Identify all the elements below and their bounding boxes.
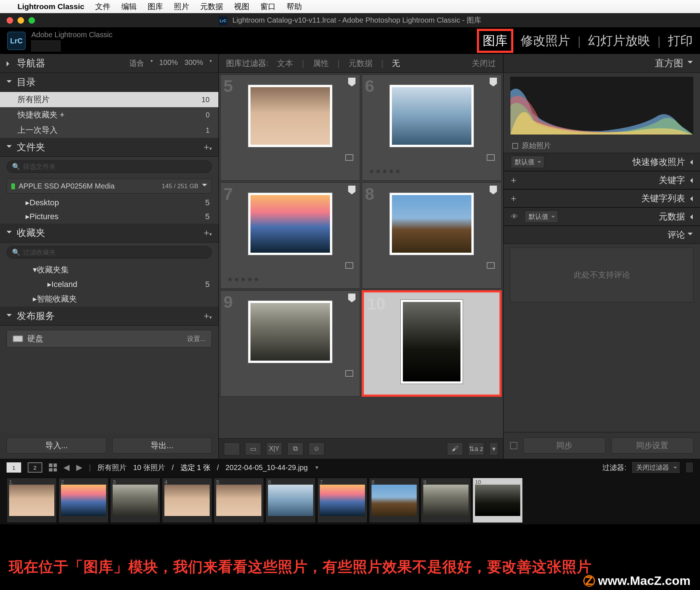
- badge-icon[interactable]: [487, 154, 495, 161]
- nav-300[interactable]: 300%: [184, 58, 203, 68]
- filmstrip-cell[interactable]: 9: [421, 478, 471, 523]
- badge-icon[interactable]: [345, 154, 353, 161]
- module-develop[interactable]: 修改照片: [521, 32, 570, 49]
- catalog-all-photos[interactable]: 所有照片10: [0, 92, 218, 107]
- window-minimize-button[interactable]: [18, 17, 24, 24]
- import-button[interactable]: 导入...: [7, 438, 106, 454]
- grid-cell[interactable]: 6★★★★★: [362, 74, 502, 181]
- catalog-header[interactable]: 目录: [0, 73, 218, 92]
- window-zoom-button[interactable]: [28, 17, 35, 24]
- collection-iceland[interactable]: ▸Iceland 5: [0, 277, 218, 291]
- grid-cell[interactable]: 8: [362, 182, 502, 289]
- publish-add-button[interactable]: +▾: [204, 310, 212, 322]
- publish-setup-button[interactable]: 设置...: [187, 334, 206, 343]
- publish-header[interactable]: 发布服务 +▾: [0, 307, 218, 326]
- disclosure-icon[interactable]: ▾: [33, 265, 37, 275]
- filter-metadata[interactable]: 元数据: [349, 58, 373, 69]
- menu-app[interactable]: Lightroom Classic: [18, 2, 84, 11]
- flag-icon[interactable]: [348, 294, 355, 302]
- view-loupe-button[interactable]: ▭: [245, 442, 261, 455]
- view-compare-button[interactable]: X|Y: [266, 442, 282, 455]
- disclosure-icon[interactable]: ▸: [47, 280, 51, 289]
- module-library[interactable]: 图库: [477, 29, 513, 53]
- filter-none[interactable]: 无: [392, 58, 400, 69]
- filter-preset-dropdown[interactable]: 关闭过滤器: [631, 461, 680, 474]
- add-icon[interactable]: +: [511, 193, 516, 204]
- quick-develop-preset-dropdown[interactable]: 默认值: [511, 156, 544, 168]
- flag-icon[interactable]: [490, 186, 497, 194]
- module-print[interactable]: 打印: [668, 32, 693, 49]
- sort-button[interactable]: ⇅a z: [468, 442, 484, 455]
- flag-icon[interactable]: [348, 186, 355, 194]
- flag-icon[interactable]: [348, 78, 355, 86]
- smart-collections[interactable]: ▸智能收藏夹: [0, 291, 218, 307]
- filter-attr[interactable]: 属性: [313, 58, 329, 69]
- folder-desktop[interactable]: ▸Desktop 5: [0, 196, 218, 210]
- publish-harddrive[interactable]: 硬盘 设置...: [7, 330, 212, 348]
- catalog-quick-collection[interactable]: 快捷收藏夹 +0: [0, 107, 218, 123]
- filmstrip-cell[interactable]: 7: [317, 478, 368, 523]
- monitor-1-button[interactable]: 1: [7, 462, 21, 473]
- menu-file[interactable]: 文件: [95, 1, 110, 12]
- disclosure-icon[interactable]: [202, 184, 207, 189]
- toolbar-chevron-icon[interactable]: ▾: [489, 442, 498, 455]
- grid-cell[interactable]: 5: [220, 74, 360, 181]
- eye-icon[interactable]: 👁: [511, 213, 518, 221]
- rating-stars[interactable]: ★★★★★: [227, 275, 260, 283]
- menu-view[interactable]: 视图: [234, 1, 249, 12]
- menu-help[interactable]: 帮助: [287, 1, 302, 12]
- collection-set[interactable]: ▾收藏夹集: [0, 262, 218, 277]
- filter-switch[interactable]: [685, 462, 693, 473]
- view-grid-button[interactable]: [224, 442, 240, 455]
- catalog-previous-import[interactable]: 上一次导入1: [0, 123, 218, 138]
- badge-icon[interactable]: [345, 370, 353, 377]
- flag-icon[interactable]: [490, 78, 497, 86]
- original-photo-checkbox[interactable]: 原始照片: [503, 139, 700, 153]
- folder-pictures[interactable]: ▸Pictures 5: [0, 210, 218, 224]
- folders-search-input[interactable]: 🔍 筛选文件夹: [7, 160, 212, 173]
- folders-add-button[interactable]: +▾: [204, 141, 212, 153]
- collections-search-input[interactable]: 🔍 过滤收藏夹: [7, 246, 212, 259]
- view-survey-button[interactable]: ⧉: [287, 442, 303, 455]
- grid-cell[interactable]: 7★★★★★: [220, 182, 360, 289]
- metadata-header[interactable]: 👁默认值 元数据: [503, 207, 700, 226]
- filmstrip-cell[interactable]: 6: [265, 478, 316, 523]
- filmstrip-cell[interactable]: 10: [472, 478, 523, 523]
- histogram-header[interactable]: 直方图: [503, 54, 700, 73]
- chevron-down-icon[interactable]: ▾: [210, 58, 212, 68]
- nav-fit[interactable]: 适合: [129, 58, 144, 68]
- export-button[interactable]: 导出...: [112, 438, 212, 454]
- chevron-down-icon[interactable]: ▾: [151, 58, 153, 68]
- nav-100[interactable]: 100%: [159, 58, 178, 68]
- menu-library[interactable]: 图库: [148, 1, 163, 12]
- disclosure-icon[interactable]: ▸: [33, 294, 37, 304]
- grid-icon[interactable]: [49, 463, 57, 471]
- collections-add-button[interactable]: +▾: [204, 227, 212, 238]
- filmstrip-cell[interactable]: 3: [110, 478, 160, 523]
- sync-settings-button[interactable]: 同步设置: [611, 438, 694, 454]
- metadata-preset-dropdown[interactable]: 默认值: [525, 210, 558, 223]
- menu-window[interactable]: 窗口: [260, 1, 276, 12]
- filename-dropdown-icon[interactable]: ▼: [314, 465, 319, 470]
- painter-tool-button[interactable]: 🖌: [447, 442, 463, 455]
- add-icon[interactable]: +: [511, 175, 516, 186]
- quick-develop-header[interactable]: 默认值 快速修改照片: [503, 153, 700, 171]
- lr-identity-plate[interactable]: LrC Adobe Lightroom Classic: [7, 31, 112, 51]
- source-label[interactable]: 所有照片: [97, 463, 127, 473]
- mac-menubar[interactable]: Lightroom Classic 文件 编辑 图库 照片 元数据 视图 窗口 …: [0, 0, 700, 13]
- sync-button[interactable]: 同步: [523, 438, 606, 454]
- histogram[interactable]: [510, 77, 693, 135]
- filmstrip-cell[interactable]: 1: [7, 478, 57, 523]
- navigator-header[interactable]: 导航器 适合▾ 100% 300%▾: [0, 54, 218, 73]
- badge-icon[interactable]: [487, 262, 495, 269]
- menu-photo[interactable]: 照片: [174, 1, 189, 12]
- nav-back-button[interactable]: ◀: [63, 463, 70, 472]
- disclosure-icon[interactable]: ▸: [26, 212, 30, 221]
- folders-header[interactable]: 文件夹 +▾: [0, 138, 218, 157]
- autosync-checkbox[interactable]: [510, 442, 517, 449]
- filter-text[interactable]: 文本: [277, 58, 293, 69]
- badge-icon[interactable]: [345, 262, 353, 269]
- filter-off[interactable]: 关闭过: [472, 58, 496, 69]
- comments-header[interactable]: 评论: [503, 226, 700, 244]
- collections-header[interactable]: 收藏夹 +▾: [0, 224, 218, 242]
